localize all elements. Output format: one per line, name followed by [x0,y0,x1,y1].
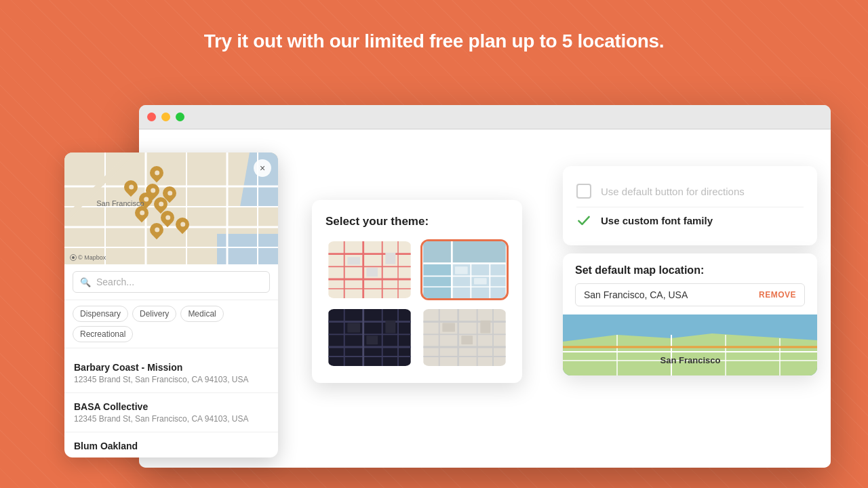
location-name: BASA Collective [74,401,269,412]
location-list: Barbary Coast - Mission 12345 Brand St, … [64,348,278,458]
dot-yellow [161,113,170,121]
checkbox-default-button[interactable] [576,184,591,199]
search-box[interactable]: 🔍 Search... [73,271,270,293]
search-placeholder: Search... [96,277,134,287]
dot-red [147,113,156,121]
theme-gray-preview [422,309,507,366]
map-pin [150,223,163,241]
map-location-header: Set default map location: San Francisco,… [563,253,817,314]
remove-button[interactable]: REMOVE [759,290,796,300]
filter-tab-dispensary[interactable]: Dispensary [73,306,128,322]
svg-rect-33 [455,266,468,274]
svg-rect-44 [347,323,360,333]
dot-green [176,113,184,121]
theme-selector-panel: Select your theme: [312,200,522,383]
svg-rect-21 [347,257,360,264]
svg-rect-56 [442,323,455,332]
map-pin [124,180,138,198]
svg-rect-46 [385,321,395,333]
settings-card: Use default button for directions Use cu… [563,166,817,245]
checkmark-icon [576,211,591,229]
filter-tab-delivery[interactable]: Delivery [132,306,176,322]
theme-light[interactable] [326,239,414,300]
svg-rect-22 [366,268,378,277]
svg-text:San Francisco: San Francisco [660,355,721,365]
search-icon: 🔍 [80,277,91,287]
location-input-value: San Francisco, CA, USA [584,289,688,300]
settings-row-default-button: Use default button for directions [576,178,804,204]
theme-grid [326,239,509,368]
label-custom-font: Use custom font family [601,215,713,226]
theme-selector-title: Select your theme: [326,215,509,228]
search-area: 🔍 Search... [64,264,278,300]
map-roads-svg [64,152,278,264]
location-name: Barbary Coast - Mission [74,362,269,373]
mapbox-icon [70,254,77,261]
headline: Try it out with our limited free plan up… [0,0,868,73]
san-francisco-map: San Francisco [563,314,817,375]
svg-point-11 [72,256,75,259]
svg-rect-45 [366,336,378,344]
list-item[interactable]: Barbary Coast - Mission 12345 Brand St, … [64,354,278,393]
map-preview: San Francisco [563,314,817,375]
label-default-button: Use default button for directions [601,186,745,197]
svg-rect-58 [480,321,490,333]
svg-rect-34 [474,278,487,284]
list-item[interactable]: BASA Collective 12345 Brand St, San Fran… [64,393,278,432]
svg-rect-26 [423,241,505,264]
theme-gray[interactable] [420,307,509,368]
svg-marker-60 [563,333,817,375]
list-item[interactable]: Blum Oakland [64,432,278,458]
theme-blue-preview [422,241,507,298]
filter-tabs: Dispensary Delivery Medical Recreational [64,300,278,348]
map-location-card: Set default map location: San Francisco,… [563,253,817,375]
map-pin [176,218,189,235]
mapbox-credit: © Mapbox [70,254,106,261]
settings-panel: Use default button for directions Use cu… [563,166,817,375]
svg-rect-23 [385,253,395,264]
theme-dark[interactable] [326,307,414,368]
settings-row-custom-font: Use custom font family [576,207,804,233]
store-locator-panel: San Francisco × © Mapbox 🔍 Search... Dis… [64,152,278,458]
theme-blue[interactable] [420,239,509,300]
map-pin [150,166,163,184]
theme-light-preview [328,241,412,298]
filter-tab-medical[interactable]: Medical [180,306,223,322]
map-area: San Francisco × © Mapbox [64,152,278,264]
map-pin [135,206,149,224]
location-name: Blum Oakland [74,441,269,451]
filter-tab-recreational[interactable]: Recreational [73,326,133,342]
checkbox-custom-font[interactable] [576,213,591,228]
svg-rect-57 [461,336,473,344]
location-address: 12345 Brand St, San Francisco, CA 94103,… [74,375,269,384]
browser-titlebar [139,105,831,129]
theme-dark-preview [328,309,412,366]
map-background: San Francisco [64,152,278,264]
map-location-title: Set default map location: [575,264,805,277]
location-input-row: San Francisco, CA, USA REMOVE [575,283,805,306]
location-address: 12345 Brand St, San Francisco, CA 94103,… [74,414,269,424]
close-button[interactable]: × [254,159,271,177]
